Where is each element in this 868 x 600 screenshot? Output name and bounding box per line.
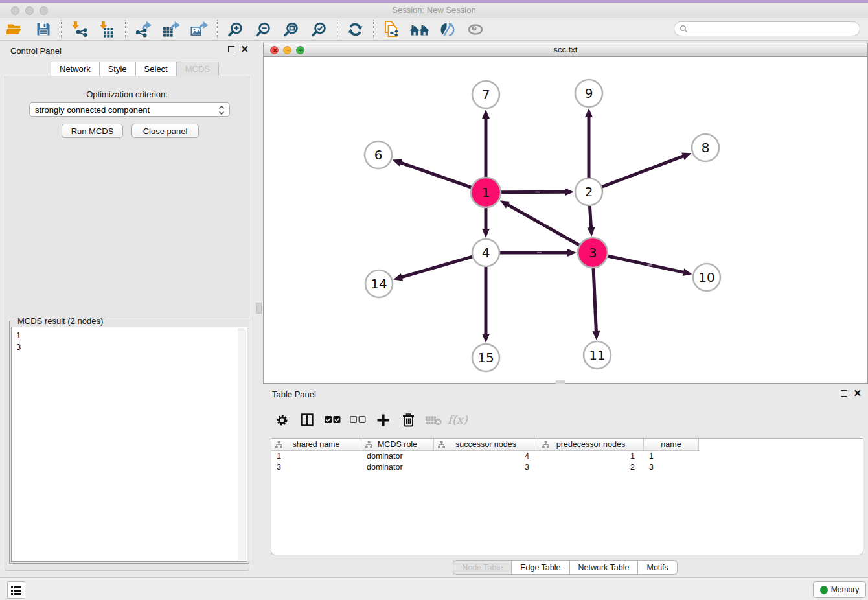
zoom-out-button[interactable]	[249, 18, 277, 40]
table-tab-node-table[interactable]: Node Table	[453, 560, 512, 575]
status-bar: Memory	[0, 577, 868, 600]
table-tab-edge-table[interactable]: Edge Table	[511, 560, 569, 575]
graph-edge-1-6[interactable]	[400, 163, 473, 189]
control-tab-mcds[interactable]: MCDS	[176, 62, 219, 76]
add-column-button[interactable]	[374, 411, 391, 428]
control-tab-network[interactable]: Network	[51, 62, 100, 76]
horizontal-splitter-handle[interactable]	[556, 380, 565, 384]
column-header-name[interactable]: name	[644, 439, 699, 450]
column-type-icon	[275, 441, 282, 450]
show-hide-button[interactable]	[461, 18, 489, 40]
control-tab-style[interactable]: Style	[99, 62, 136, 76]
zoom-out-icon	[255, 21, 272, 38]
show-hide-icon	[466, 21, 485, 38]
table-cell: 3	[434, 463, 538, 473]
search-input[interactable]	[674, 21, 860, 36]
save-session-icon	[35, 21, 52, 38]
zoom-in-button[interactable]	[222, 18, 249, 40]
delete-column-button[interactable]	[400, 411, 417, 428]
zoom-selected-button[interactable]	[305, 18, 333, 40]
combo-value: strongly connected component	[35, 105, 150, 115]
close-panel-icon[interactable]: ✕	[240, 46, 249, 52]
export-image-button[interactable]	[185, 18, 213, 40]
open-session-button[interactable]	[1, 18, 29, 40]
graph-edge-2-8[interactable]	[600, 156, 684, 187]
vertical-splitter-handle[interactable]	[256, 303, 262, 314]
network-minimize-button[interactable]: −	[283, 46, 291, 54]
titlebar: Session: New Session	[0, 3, 868, 18]
window-traffic-lights[interactable]	[11, 6, 48, 15]
export-network-icon	[134, 21, 153, 38]
toolbar-separator	[217, 20, 218, 38]
table-cell: 1	[644, 452, 699, 462]
show-panels-button[interactable]	[7, 581, 25, 599]
float-panel-icon[interactable]	[228, 46, 234, 52]
function-builder-disabled-icon: f(x)	[447, 411, 470, 428]
graph-edge-2-3[interactable]	[589, 204, 591, 229]
unselect-all-columns-button[interactable]	[349, 411, 366, 428]
table-cell: dominator	[361, 463, 434, 473]
graph-edge-3-1[interactable]	[507, 204, 580, 246]
apply-layout-button[interactable]	[341, 18, 369, 40]
memory-label: Memory	[831, 585, 859, 594]
column-type-icon	[438, 441, 445, 450]
export-network-button[interactable]	[130, 18, 157, 40]
network-window: ✕ − + scc.txt 1234678910111415	[263, 43, 868, 384]
column-type-icon	[542, 441, 549, 450]
minimize-window-button[interactable]	[25, 6, 34, 15]
table-header-row: shared nameMCDS rolesuccessor nodesprede…	[271, 439, 700, 451]
graph-edge-4-14[interactable]	[401, 256, 474, 277]
table-panel-title: Table Panel	[272, 389, 316, 399]
network-window-titlebar[interactable]: ✕ − + scc.txt	[264, 43, 867, 57]
network-maximize-button[interactable]: +	[296, 46, 304, 54]
network-close-button[interactable]: ✕	[270, 46, 279, 54]
maximize-window-button[interactable]	[40, 6, 48, 15]
float-table-panel-icon[interactable]	[841, 390, 847, 397]
column-header-MCDS-role[interactable]: MCDS role	[361, 439, 434, 450]
export-table-icon	[162, 21, 181, 38]
graph-edge-3-11[interactable]	[593, 266, 597, 332]
graph-node-label-4: 4	[482, 245, 490, 260]
graph-arrowhead-4-3	[567, 249, 577, 257]
import-network-button[interactable]	[65, 18, 93, 40]
zoom-fit-button[interactable]	[277, 18, 305, 40]
close-table-panel-icon[interactable]: ✕	[853, 390, 862, 397]
save-session-button[interactable]	[29, 18, 57, 40]
export-table-button[interactable]	[157, 18, 185, 40]
column-header-shared-name[interactable]: shared name	[271, 439, 361, 450]
network-canvas[interactable]: 1234678910111415	[264, 57, 867, 383]
column-header-successor-nodes[interactable]: successor nodes	[434, 439, 538, 450]
toggle-graphics-details-button[interactable]	[433, 18, 461, 40]
close-panel-button[interactable]: Close panel	[131, 124, 199, 138]
table-tab-motifs[interactable]: Motifs	[637, 560, 677, 575]
result-scrollbar[interactable]	[238, 328, 246, 560]
column-header-predecessor-nodes[interactable]: predecessor nodes	[538, 439, 644, 450]
edge-label-mark	[648, 264, 652, 266]
graph-node-label-6: 6	[374, 147, 383, 163]
window-title: Session: New Session	[0, 3, 868, 18]
graph-node-label-10: 10	[698, 270, 714, 285]
new-network-from-selection-button[interactable]	[378, 18, 405, 40]
memory-button[interactable]: Memory	[813, 581, 866, 598]
mcds-result-list[interactable]: 13	[11, 327, 247, 562]
run-mcds-button[interactable]: Run MCDS	[62, 124, 123, 138]
table-settings-button[interactable]	[273, 411, 290, 428]
graph-arrowhead-4-14	[393, 273, 403, 281]
edge-label-mark	[537, 252, 542, 253]
toolbar-separator	[61, 20, 62, 38]
table-cell: 1	[538, 452, 644, 462]
optimization-criterion-select[interactable]: strongly connected component	[29, 102, 230, 117]
import-table-button[interactable]	[93, 18, 121, 40]
select-all-columns-button[interactable]	[324, 411, 341, 428]
graph-node-label-11: 11	[589, 347, 605, 363]
graph-node-label-2: 2	[585, 184, 593, 200]
table-row[interactable]: 1dominator411	[271, 452, 863, 462]
close-window-button[interactable]	[11, 6, 19, 15]
table-row[interactable]: 3dominator323	[271, 463, 863, 473]
graph-edge-1-2[interactable]	[499, 192, 566, 192]
table-tab-network-table[interactable]: Network Table	[569, 560, 639, 575]
first-neighbors-button[interactable]	[405, 18, 433, 40]
graph-edge-3-10[interactable]	[606, 255, 685, 272]
column-layout-button[interactable]	[299, 411, 315, 428]
control-tab-select[interactable]: Select	[135, 62, 177, 76]
